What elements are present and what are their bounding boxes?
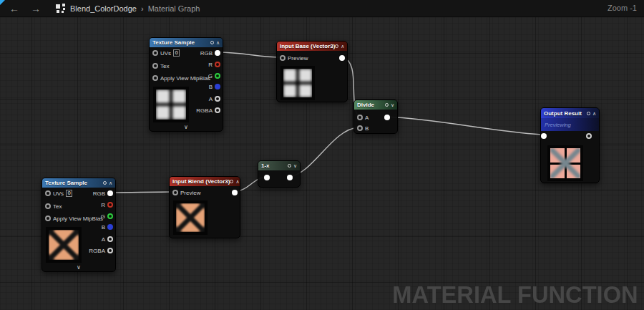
toolbar: ← → Blend_ColorDodge › Material Graph Zo… — [0, 0, 644, 17]
pin-rgba-output[interactable] — [215, 107, 220, 113]
pin-a-input[interactable] — [357, 115, 363, 120]
pin-label-preview: Preview — [288, 55, 308, 62]
uvs-value-box[interactable]: 0 — [66, 190, 72, 197]
pin-b-output[interactable] — [215, 84, 220, 89]
previewing-label: Previewing — [545, 122, 571, 128]
corner-marker-icon — [0, 0, 5, 5]
pin-mipbias-input[interactable] — [152, 75, 158, 81]
pin-label-uvs: UVs — [53, 190, 64, 197]
breadcrumb-asset[interactable]: Blend_ColorDodge — [70, 4, 137, 13]
node-one-minus-x[interactable]: 1-x ∨ — [258, 160, 301, 188]
node-header[interactable]: Texture Sample ∧ — [42, 178, 115, 188]
pin-label-mipbias: Apply View MipBias — [53, 215, 103, 222]
breadcrumb-page[interactable]: Material Graph — [148, 4, 200, 13]
node-header[interactable]: Input Base (Vector3) ∧ — [277, 42, 347, 51]
uvs-value-box[interactable]: 0 — [173, 49, 180, 57]
node-output-result[interactable]: Output Result ∧ Previewing — [540, 107, 600, 183]
node-input-blend[interactable]: Input Blend (Vector3) ∧ Preview — [169, 176, 240, 238]
node-header[interactable]: Divide ∨ — [354, 100, 397, 110]
pin-label-a: A — [209, 96, 213, 102]
pin-mipbias-input[interactable] — [45, 215, 51, 221]
preview-sphere-icon[interactable] — [210, 41, 214, 44]
expand-node-icon[interactable]: ∨ — [150, 124, 223, 130]
pin-r-output[interactable] — [215, 62, 220, 67]
pin-label-preview: Preview — [180, 190, 200, 196]
preview-sphere-icon[interactable] — [587, 112, 590, 115]
back-button[interactable]: ← — [6, 4, 23, 14]
collapse-icon[interactable]: ∧ — [592, 111, 596, 116]
expand-node-icon[interactable]: ∨ — [42, 264, 115, 271]
preview-sphere-icon[interactable] — [385, 103, 389, 107]
node-header[interactable]: Input Blend (Vector3) ∧ — [170, 177, 240, 186]
wire-divide-to-output[interactable] — [386, 117, 542, 135]
collapse-icon[interactable]: ∧ — [235, 179, 239, 184]
preview-sphere-icon[interactable] — [288, 164, 291, 168]
pin-r-output[interactable] — [107, 202, 113, 208]
texture-preview-window — [153, 87, 189, 122]
collapse-icon[interactable]: ∧ — [216, 40, 220, 45]
pin-b-output[interactable] — [107, 224, 113, 230]
pin-label-a: A — [365, 115, 369, 121]
pin-label-mipbias: Apply View MipBias — [160, 75, 210, 82]
pin-output[interactable] — [232, 190, 238, 195]
pin-label-r: R — [101, 202, 105, 208]
node-title: Input Blend (Vector3) — [172, 178, 230, 185]
pin-a-output[interactable] — [215, 96, 220, 102]
pin-tex-input[interactable] — [45, 203, 51, 209]
pin-label-tex: Tex — [160, 63, 169, 69]
pin-uvs-input[interactable] — [45, 190, 51, 196]
node-header[interactable]: Output Result ∧ — [541, 108, 599, 118]
collapse-icon[interactable]: ∨ — [293, 163, 297, 168]
node-title: Divide — [357, 102, 374, 108]
node-title: Texture Sample — [152, 39, 195, 46]
node-title: 1-x — [261, 163, 270, 169]
graph-canvas[interactable]: MATERIAL FUNCTION Texture Sample ∧ UVs 0 — [0, 17, 644, 310]
node-texture-sample-bottom[interactable]: Texture Sample ∧ UVs 0 Tex Apply View Mi… — [42, 178, 116, 272]
pin-input[interactable] — [264, 175, 270, 180]
node-header[interactable]: 1-x ∨ — [258, 161, 300, 170]
pin-output[interactable] — [339, 55, 345, 61]
collapse-icon[interactable]: ∨ — [391, 102, 394, 107]
pin-label-b: B — [209, 84, 213, 90]
pin-rgb-output[interactable] — [215, 50, 220, 56]
wire-texsample-to-inputbase[interactable] — [218, 52, 280, 57]
pin-output[interactable] — [287, 175, 293, 180]
collapse-icon[interactable]: ∧ — [341, 44, 344, 49]
pin-rgba-output[interactable] — [107, 248, 113, 253]
node-title: Input Base (Vector3) — [280, 43, 335, 49]
previewing-banner: Previewing — [541, 118, 599, 131]
node-divide[interactable]: Divide ∨ A B — [353, 100, 398, 134]
pin-g-output[interactable] — [107, 213, 113, 219]
texture-preview-result — [547, 145, 583, 181]
preview-sphere-icon[interactable] — [230, 180, 233, 183]
preview-sphere-icon[interactable] — [103, 181, 107, 185]
pin-uvs-input[interactable] — [152, 50, 158, 56]
collapse-icon[interactable]: ∧ — [109, 180, 112, 185]
wire-texsample2-to-inputblend[interactable] — [109, 192, 175, 193]
pin-a-output[interactable] — [107, 236, 113, 242]
breadcrumb-separator-icon: › — [141, 4, 144, 13]
pin-label-g: G — [101, 213, 105, 220]
pin-preview-input[interactable] — [172, 190, 178, 195]
material-function-watermark: MATERIAL FUNCTION — [393, 281, 638, 309]
node-title: Texture Sample — [45, 180, 87, 186]
pin-label-r: R — [208, 62, 213, 68]
pin-output[interactable] — [384, 115, 390, 120]
node-header[interactable]: Texture Sample ∧ — [150, 38, 223, 47]
pin-label-b: B — [365, 125, 369, 132]
pin-label-rgb: RGB — [93, 190, 105, 197]
pin-rgb-output[interactable] — [107, 190, 113, 196]
pin-output[interactable] — [586, 133, 592, 139]
pin-label-rgba: RGBA — [89, 248, 105, 254]
preview-sphere-icon[interactable] — [335, 44, 338, 48]
pin-g-output[interactable] — [215, 73, 220, 79]
node-input-base[interactable]: Input Base (Vector3) ∧ Preview — [276, 41, 348, 102]
texture-preview-x — [46, 227, 82, 263]
pin-preview-input[interactable] — [280, 55, 286, 61]
graph-icon — [56, 4, 66, 13]
pin-b-input[interactable] — [357, 125, 363, 131]
pin-result-input[interactable] — [541, 133, 547, 139]
forward-button[interactable]: → — [27, 4, 44, 14]
pin-tex-input[interactable] — [152, 63, 158, 69]
node-texture-sample-top[interactable]: Texture Sample ∧ UVs 0 Tex Apply View Mi… — [149, 37, 223, 132]
